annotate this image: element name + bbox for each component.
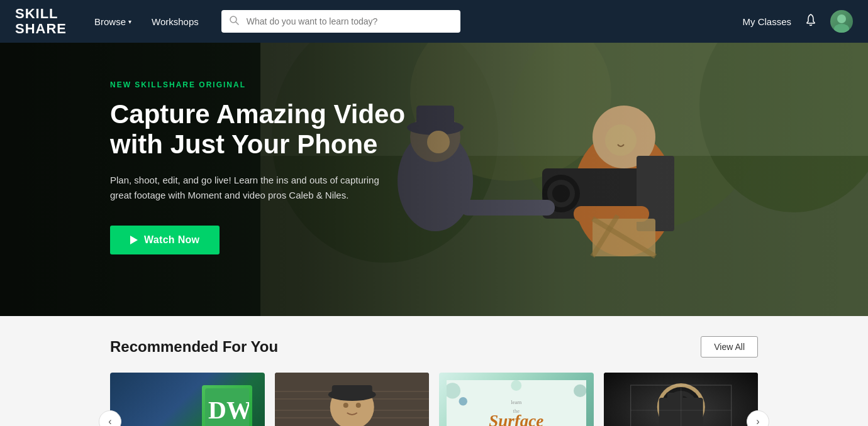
- navigation: SKILL SHARE Browse ▾ Workshops My Classe…: [0, 0, 868, 43]
- workshops-link[interactable]: Workshops: [144, 11, 206, 32]
- search-bar: [221, 10, 460, 33]
- svg-point-44: [574, 385, 586, 397]
- browse-link[interactable]: Browse ▾: [87, 11, 139, 32]
- search-input[interactable]: [221, 10, 460, 33]
- hero-content: NEW SKILLSHARE ORIGINAL Capture Amazing …: [0, 43, 868, 254]
- svg-rect-64: [667, 393, 682, 401]
- workshops-label: Workshops: [152, 16, 199, 27]
- chevron-left-icon: ‹: [108, 416, 111, 427]
- avatar[interactable]: [830, 10, 853, 33]
- nav-right: My Classes: [742, 10, 853, 33]
- svg-text:learn: learn: [511, 399, 522, 405]
- section-header: Recommended For You View All: [110, 336, 758, 358]
- list-item[interactable]: DW Teaching designers to code websites D…: [110, 373, 265, 426]
- card-image: [604, 373, 759, 426]
- logo-line2: SHARE: [15, 21, 67, 36]
- svg-point-41: [355, 403, 360, 408]
- svg-point-48: [459, 397, 467, 406]
- svg-line-1: [236, 22, 238, 25]
- carousel-wrapper: ‹ DW Teaching designers to code websites…: [110, 373, 758, 426]
- hero-title: Capture Amazing Video with Just Your Pho…: [110, 99, 437, 160]
- chevron-down-icon: ▾: [128, 18, 131, 25]
- card-content: Teaching designers to code websites: [110, 373, 265, 426]
- recommended-section: Recommended For You View All ‹ DW Teachi…: [0, 316, 868, 426]
- section-title: Recommended For You: [110, 338, 278, 356]
- chevron-right-icon: ›: [756, 416, 759, 427]
- list-item[interactable]: learn the Surface Pattern Design: [439, 373, 594, 426]
- svg-text:Surface: Surface: [489, 412, 543, 426]
- svg-point-2: [837, 14, 846, 23]
- play-icon: [130, 236, 138, 244]
- browse-label: Browse: [94, 16, 126, 27]
- svg-point-40: [343, 403, 348, 408]
- cards-container: DW Teaching designers to code websites D…: [110, 373, 758, 426]
- view-all-button[interactable]: View All: [701, 336, 758, 358]
- list-item[interactable]: Original: [275, 373, 430, 426]
- svg-point-47: [511, 380, 521, 391]
- list-item[interactable]: 00:00:00: [604, 373, 759, 426]
- avatar-image: [830, 10, 853, 33]
- carousel-next-button[interactable]: ›: [747, 410, 769, 427]
- notification-bell-icon[interactable]: [804, 13, 818, 30]
- hero-section: NEW SKILLSHARE ORIGINAL Capture Amazing …: [0, 43, 868, 316]
- hero-description: Plan, shoot, edit, and go live! Learn th…: [110, 173, 381, 203]
- svg-point-3: [834, 24, 849, 33]
- watch-now-button[interactable]: Watch Now: [110, 226, 220, 254]
- card-image: [275, 373, 430, 426]
- nav-links: Browse ▾ Workshops: [87, 11, 206, 32]
- my-classes-button[interactable]: My Classes: [742, 16, 791, 27]
- svg-rect-39: [331, 385, 372, 398]
- hero-tag: NEW SKILLSHARE ORIGINAL: [110, 80, 868, 89]
- logo[interactable]: SKILL SHARE: [15, 6, 67, 36]
- watch-btn-label: Watch Now: [144, 234, 199, 246]
- search-icon: [229, 15, 239, 28]
- card-content: learn the Surface Pattern Design: [439, 373, 594, 426]
- logo-line1: SKILL: [15, 6, 67, 21]
